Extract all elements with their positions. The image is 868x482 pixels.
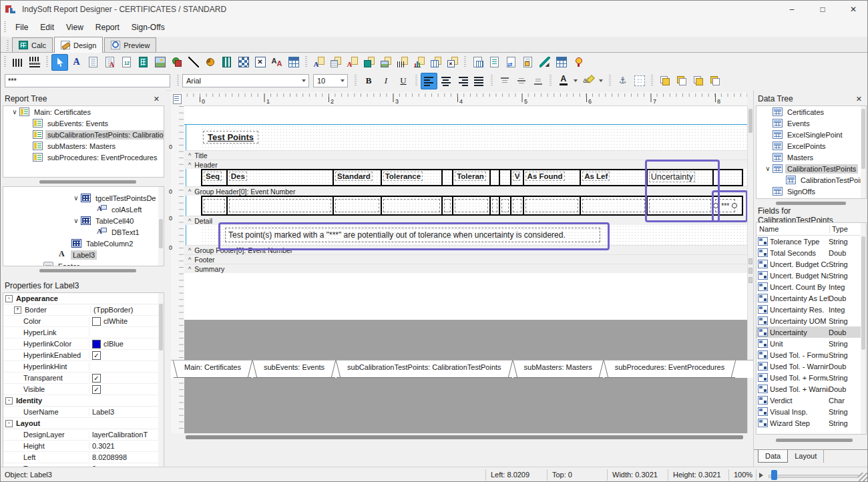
band-strip-title[interactable]: ^ Title	[184, 150, 747, 160]
resize-grip[interactable]	[859, 473, 867, 481]
property-value[interactable]: (TppBorder)	[91, 306, 164, 314]
property-value[interactable]: 8.0208998	[89, 453, 164, 461]
property-value[interactable]: 0.3021	[89, 442, 164, 450]
chevron-down-icon[interactable]: ∨	[71, 217, 81, 224]
scrollbar-thumb[interactable]	[159, 304, 163, 350]
toolbar-button[interactable]	[285, 54, 302, 71]
horizontal-scrollbar[interactable]	[3, 268, 164, 274]
content-input[interactable]	[5, 74, 170, 87]
header-cell[interactable]: Toleran	[453, 170, 491, 185]
menu-item[interactable]: Edit	[34, 20, 60, 35]
toolbar-button[interactable]	[536, 54, 553, 71]
detail-cell[interactable]: ***	[382, 197, 443, 214]
property-row[interactable]: HyperLink	[3, 327, 164, 338]
toolbar-button[interactable]	[168, 54, 185, 71]
cell-placeholder[interactable]	[383, 199, 441, 212]
toolbar-button[interactable]	[68, 54, 85, 71]
toolbar-button[interactable]	[135, 54, 152, 71]
column-type[interactable]: Type	[830, 225, 848, 233]
detail-cell[interactable]: ***	[491, 197, 500, 214]
object-tree-item[interactable]: Footer	[3, 260, 164, 266]
data-tree-item[interactable]: Certificates	[756, 106, 866, 117]
field-row[interactable]: Total Seconds Doub	[756, 247, 866, 258]
toolbar-button[interactable]	[427, 54, 444, 71]
object-tree-item[interactable]: Label3	[3, 249, 164, 260]
field-row[interactable]: Uncert. Count By Integ	[756, 281, 866, 292]
horizontal-scrollbar[interactable]	[756, 437, 867, 443]
italic-button[interactable]: I	[377, 73, 395, 89]
valign-button[interactable]	[529, 73, 546, 89]
data-tree-item[interactable]: Masters	[756, 152, 866, 163]
checkbox[interactable]	[92, 374, 101, 383]
property-value[interactable]	[89, 351, 164, 360]
chevron-down-icon[interactable]	[302, 79, 306, 84]
vertical-scrollbar[interactable]	[158, 293, 164, 468]
chevron-down-icon[interactable]	[341, 79, 345, 84]
property-category[interactable]: - Identity	[3, 395, 164, 407]
data-tree-item[interactable]: ExcelPoints	[756, 140, 866, 152]
property-value[interactable]: Label3	[89, 408, 164, 416]
data-tree-item[interactable]: ∨ CalibrationTestPoints	[756, 163, 866, 174]
expand-icon[interactable]	[14, 387, 20, 393]
property-value[interactable]	[89, 374, 164, 383]
bold-button[interactable]: B	[360, 73, 377, 89]
view-tab[interactable]: Preview	[104, 37, 156, 52]
field-row[interactable]: Uncertainty Res. Integ	[756, 304, 866, 315]
panel-tab[interactable]: Layout	[788, 450, 824, 463]
minimize-button[interactable]: –	[777, 1, 807, 18]
slider-arrow-icon[interactable]	[759, 473, 766, 478]
toolbar-button[interactable]	[51, 54, 68, 71]
field-row[interactable]: Used Tol. - Warning Doub	[756, 360, 866, 372]
expand-icon[interactable]	[14, 318, 20, 324]
align-button[interactable]	[454, 73, 471, 89]
header-cell[interactable]	[491, 170, 500, 185]
cell-placeholder[interactable]	[204, 199, 225, 212]
toolbar-button[interactable]	[101, 54, 118, 71]
collapse-icon[interactable]: -	[5, 295, 13, 302]
chevron-down-icon[interactable]: ∨	[71, 194, 81, 202]
toolbar-button[interactable]	[614, 73, 631, 89]
font-size-combo[interactable]: 10	[313, 74, 348, 87]
scrollbar-thumb[interactable]	[776, 439, 853, 442]
detail-cell[interactable]: ***	[524, 197, 582, 214]
layer-button[interactable]	[673, 73, 690, 89]
valign-button[interactable]	[496, 73, 513, 89]
band-strip-summary[interactable]: ^ Summary	[184, 264, 747, 273]
band-strip-footer[interactable]: ^ Footer	[184, 254, 747, 264]
data-tree-item[interactable]: CalibrationTestPoints	[756, 174, 866, 186]
chevron-down-icon[interactable]: ∨	[763, 165, 773, 172]
property-row[interactable]: Visible	[3, 384, 164, 395]
layer-button[interactable]	[656, 73, 673, 89]
header-cell[interactable]: As Found	[524, 170, 582, 185]
toolbar-button[interactable]	[268, 54, 285, 71]
menu-item[interactable]: Sign-Offs	[126, 20, 171, 35]
vertical-scrollbar[interactable]	[861, 223, 866, 434]
toolbar-button[interactable]	[344, 54, 361, 71]
property-row[interactable]: HyperlinkEnabled	[3, 350, 164, 361]
expand-icon[interactable]	[14, 341, 20, 347]
color-button[interactable]	[580, 73, 597, 89]
menu-item[interactable]: View	[60, 20, 89, 35]
data-tree-item[interactable]: Events	[756, 117, 866, 129]
data-tree-item[interactable]: SignOffs	[756, 186, 866, 197]
header-cell-label[interactable]: V	[513, 172, 520, 181]
property-value[interactable]: clWhite	[89, 317, 164, 326]
detail-cell[interactable]: ***	[202, 197, 228, 214]
scrollbar-thumb[interactable]	[159, 219, 163, 248]
vertical-scrollbar[interactable]	[861, 106, 866, 198]
property-category[interactable]: - Appearance	[3, 293, 164, 304]
header-cell-label[interactable]: As Found	[525, 172, 565, 181]
property-row[interactable]: Height 0.3021	[3, 441, 164, 452]
field-row[interactable]: Uncert. Budget Co... String	[756, 258, 866, 270]
property-row[interactable]: + Border (TppBorder)	[3, 304, 164, 316]
expand-icon[interactable]	[14, 364, 20, 370]
toolbar-button[interactable]	[9, 54, 26, 71]
view-tab[interactable]: Calc	[12, 37, 53, 52]
field-row[interactable]: Uncertainty UOM String	[756, 315, 866, 326]
property-category[interactable]: - Layout	[3, 418, 164, 429]
field-row[interactable]: Used Tol. - Formula String	[756, 349, 866, 360]
toolbar-button[interactable]	[444, 54, 461, 71]
field-row[interactable]: Used Tol. + Warning Doub	[756, 383, 866, 395]
cell-placeholder[interactable]	[501, 199, 509, 212]
align-button[interactable]	[437, 73, 454, 89]
